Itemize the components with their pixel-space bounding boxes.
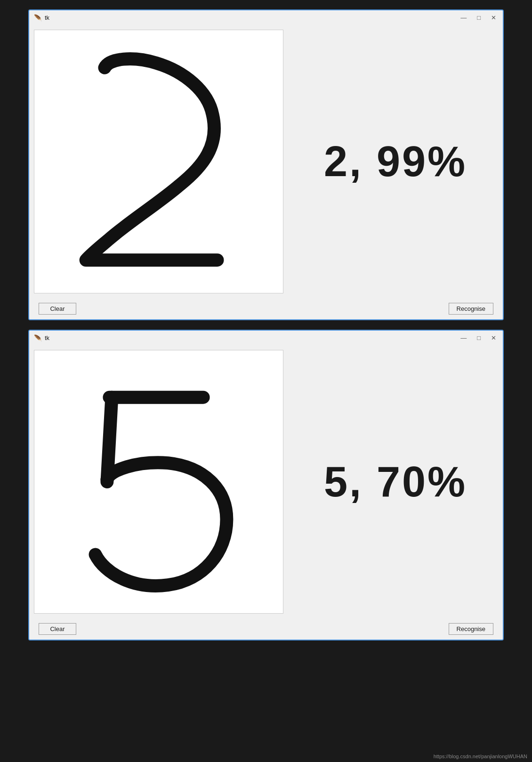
close-button-2[interactable]: ✕: [489, 333, 498, 342]
maximize-button-2[interactable]: □: [475, 333, 483, 342]
result-display-2: 5, 70%: [288, 345, 503, 618]
minimize-button-2[interactable]: —: [459, 333, 468, 342]
result-text-2: 5, 70%: [324, 458, 467, 506]
recognise-button-1[interactable]: Recognise: [449, 303, 493, 315]
window-title-1: tk: [45, 14, 49, 21]
window-title-2: tk: [45, 334, 49, 341]
titlebar-controls-1: — □ ✕: [459, 13, 498, 22]
clear-button-2[interactable]: Clear: [39, 623, 76, 635]
close-button-1[interactable]: ✕: [489, 13, 498, 22]
button-bar-1: Clear Recognise: [29, 298, 503, 319]
minimize-button-1[interactable]: —: [459, 13, 468, 22]
app-icon-2: 🪶: [34, 334, 42, 342]
recognise-button-2[interactable]: Recognise: [449, 623, 493, 635]
window-1: 🪶 tk — □ ✕ 2, 99% Clear Recognise: [28, 9, 504, 320]
titlebar-2: 🪶 tk — □ ✕: [29, 331, 503, 345]
button-bar-2: Clear Recognise: [29, 618, 503, 640]
drawing-canvas-1[interactable]: [34, 30, 283, 293]
digit-drawing-2: [34, 350, 283, 613]
titlebar-controls-2: — □ ✕: [459, 333, 498, 342]
titlebar-1: 🪶 tk — □ ✕: [29, 10, 503, 25]
window-2: 🪶 tk — □ ✕ 5, 70% Clear Recognise: [28, 330, 504, 640]
watermark: https://blog.csdn.net/panjianlongWUHAN: [434, 754, 527, 759]
digit-drawing-1: [34, 30, 283, 293]
titlebar-left-1: 🪶 tk: [34, 14, 49, 22]
clear-button-1[interactable]: Clear: [39, 303, 76, 315]
window-content-2: 5, 70%: [29, 345, 503, 618]
window-content-1: 2, 99%: [29, 25, 503, 298]
titlebar-left-2: 🪶 tk: [34, 334, 49, 342]
result-text-1: 2, 99%: [324, 138, 467, 186]
maximize-button-1[interactable]: □: [475, 13, 483, 22]
result-display-1: 2, 99%: [288, 25, 503, 298]
app-icon-1: 🪶: [34, 14, 42, 22]
drawing-canvas-2[interactable]: [34, 350, 283, 614]
